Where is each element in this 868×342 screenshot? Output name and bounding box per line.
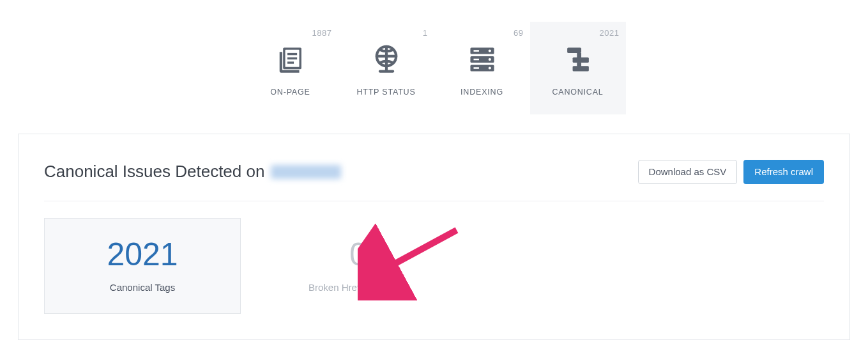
- panel-title-text: Canonical Issues Detected on: [44, 162, 264, 182]
- svg-rect-15: [567, 47, 581, 52]
- svg-point-11: [488, 66, 491, 69]
- domain-redacted: [271, 165, 341, 179]
- tab-label: CANONICAL: [552, 88, 603, 97]
- svg-point-9: [488, 49, 491, 52]
- globe-icon: [367, 40, 406, 79]
- stat-value: 0: [349, 238, 367, 270]
- panel-actions: Download as CSV Refresh crawl: [638, 160, 824, 184]
- tab-http-status[interactable]: 1 HTTP STATUS: [339, 22, 434, 114]
- svg-rect-2: [287, 52, 296, 54]
- tab-label: ON-PAGE: [270, 88, 310, 97]
- svg-rect-17: [572, 57, 588, 62]
- svg-rect-3: [287, 57, 296, 59]
- svg-rect-19: [572, 66, 588, 71]
- tab-row: 1887 ON-PAGE 1 HTTP STATUS 69: [0, 0, 868, 114]
- tab-badge: 1887: [312, 28, 332, 38]
- tab-label: INDEXING: [461, 88, 503, 97]
- tab-badge: 2021: [600, 28, 620, 38]
- tab-badge: 69: [514, 28, 523, 38]
- stat-broken-hreflang[interactable]: 0 Broken Hreflang Issues: [260, 218, 457, 314]
- tab-indexing[interactable]: 69 INDEXING: [434, 22, 530, 114]
- panel-title: Canonical Issues Detected on: [44, 162, 341, 182]
- svg-rect-13: [473, 58, 478, 60]
- tab-on-page[interactable]: 1887 ON-PAGE: [243, 22, 339, 114]
- stats-row: 2021 Canonical Tags 0 Broken Hreflang Is…: [44, 218, 824, 314]
- issues-panel: Canonical Issues Detected on Download as…: [18, 134, 850, 340]
- tab-label: HTTP STATUS: [356, 88, 415, 97]
- document-stack-icon: [271, 40, 310, 79]
- svg-rect-12: [473, 50, 478, 52]
- stat-value: 2021: [107, 238, 178, 270]
- server-icon: [463, 40, 501, 79]
- svg-rect-14: [473, 67, 478, 69]
- canonical-icon: [559, 40, 597, 79]
- tab-canonical[interactable]: 2021 CANONICAL: [530, 22, 626, 114]
- stat-label: Canonical Tags: [110, 282, 175, 293]
- svg-rect-4: [287, 61, 293, 63]
- panel-header: Canonical Issues Detected on Download as…: [44, 160, 824, 201]
- svg-point-10: [488, 58, 491, 60]
- stat-label: Broken Hreflang Issues: [308, 282, 408, 293]
- stat-canonical-tags[interactable]: 2021 Canonical Tags: [44, 218, 241, 314]
- tab-badge: 1: [423, 28, 428, 38]
- download-csv-button[interactable]: Download as CSV: [638, 160, 738, 184]
- refresh-crawl-button[interactable]: Refresh crawl: [743, 160, 824, 184]
